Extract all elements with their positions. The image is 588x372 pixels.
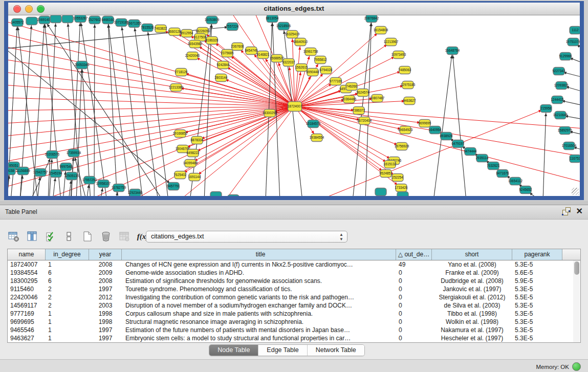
table-cell: Estimation of significance thresholds fo… — [122, 277, 396, 285]
delete-table-button[interactable] — [118, 230, 131, 243]
graph-node-label: 1527602 — [89, 18, 101, 21]
graph-edge[interactable] — [195, 44, 295, 106]
column-header-name[interactable]: name — [8, 249, 46, 260]
table-row[interactable]: 1872400712008Changes of HCN gene express… — [8, 260, 580, 269]
graph-edge[interactable] — [365, 18, 372, 196]
graph-edge[interactable] — [147, 28, 168, 196]
graph-edge[interactable] — [8, 47, 295, 106]
table-row[interactable]: 1456911722003Disruption of a novel membe… — [8, 301, 580, 310]
scrollbar-thumb[interactable] — [574, 261, 579, 275]
graph-node-label: 9242844 — [217, 63, 230, 67]
window-close-button[interactable] — [13, 5, 21, 13]
window-minimize-button[interactable] — [25, 5, 33, 13]
graph-edge[interactable] — [108, 20, 130, 196]
graph-edge[interactable] — [543, 108, 546, 196]
tab-node-table[interactable]: Node Table — [209, 345, 258, 356]
table-cell: Nakamura et al. (1997) — [432, 326, 512, 334]
graph-edge[interactable] — [295, 106, 394, 161]
window-zoom-button[interactable] — [37, 5, 45, 13]
create-column-button[interactable] — [81, 230, 94, 243]
row-selection-button[interactable] — [44, 230, 57, 243]
table-row[interactable]: 969969511998Structural magnetic resonanc… — [8, 318, 580, 326]
graph-edge[interactable] — [8, 106, 295, 123]
table-cell: 5.3E-5 — [512, 285, 562, 293]
table-cell: Genome-wide association studies in ADHD. — [122, 269, 396, 277]
column-header-filler — [562, 249, 580, 260]
column-visibility-button[interactable] — [26, 230, 39, 243]
table-cell: Tibbo et al. (1998) — [432, 310, 512, 318]
graph-node-label: 10654112 — [508, 179, 522, 183]
graph-node-label: 6479197 — [452, 142, 465, 145]
table-cell: 2012 — [89, 293, 122, 301]
graph-node-label: 9474444 — [464, 149, 477, 153]
table-cell: 0 — [396, 301, 432, 310]
graph-node-label: 9777169 — [330, 79, 342, 83]
graph-node[interactable] — [210, 192, 222, 196]
table-cell: 9699695 — [8, 318, 46, 326]
table-row[interactable]: 911546021997Tourette syndrome. Phenomeno… — [8, 285, 580, 293]
table-selector-dropdown[interactable]: citations_edges.txt ▲▼ — [146, 231, 347, 243]
table-row[interactable]: 946554611997Estimation of the future num… — [8, 326, 580, 334]
graph-edge[interactable] — [433, 51, 452, 196]
graph-node-label: 15688520 — [270, 56, 285, 60]
window-resize-grip[interactable] — [572, 188, 579, 195]
table-cell: 18724007 — [8, 260, 46, 269]
graph-edge[interactable] — [194, 106, 295, 177]
network-canvas[interactable]: 1405572206914061055328715276026466160107… — [8, 15, 580, 196]
graph-node[interactable] — [50, 15, 61, 23]
table-row[interactable]: 1830029562008Estimation of significance … — [8, 277, 580, 285]
column-header-year[interactable]: year — [89, 249, 122, 260]
graph-edge[interactable] — [8, 106, 295, 111]
table-selector-value: citations_edges.txt — [151, 233, 204, 240]
close-panel-icon[interactable]: ✕ — [576, 207, 583, 215]
memory-status-indicator — [572, 362, 581, 371]
graph-edge[interactable] — [108, 20, 117, 196]
graph-node[interactable] — [228, 195, 239, 196]
graph-node-label: 7557224 — [226, 25, 239, 28]
graph-node-label: 12213389 — [169, 85, 184, 89]
column-header-pagerank[interactable]: pagerank — [512, 249, 562, 260]
memory-status-label: Memory: OK — [536, 364, 569, 370]
table-cell: 2 — [46, 285, 89, 293]
table-row[interactable]: 946362711997Embryonic stem cells: a mode… — [8, 334, 580, 342]
table-cell: 0 — [396, 269, 432, 277]
graph-node[interactable] — [62, 15, 73, 23]
graph-edge[interactable] — [94, 20, 95, 196]
graph-edge[interactable] — [295, 99, 349, 106]
tab-edge-table[interactable]: Edge Table — [258, 345, 307, 356]
table-body: 1872400712008Changes of HCN gene express… — [8, 260, 580, 342]
column-header-in_degree[interactable]: in_degree — [46, 249, 89, 260]
graph-node[interactable] — [397, 192, 408, 196]
graph-node[interactable] — [375, 188, 386, 196]
table-scrollbar[interactable] — [573, 260, 580, 342]
window-titlebar[interactable]: citations_edges.txt — [8, 3, 580, 15]
new-document-icon — [81, 230, 94, 243]
graph-edge[interactable] — [452, 51, 466, 196]
column-header-short[interactable]: short — [432, 249, 512, 260]
graph-edge[interactable] — [8, 98, 295, 106]
graph-node-label: 4498222 — [187, 151, 200, 155]
table-row[interactable]: 1938455462009Genome-wide association stu… — [8, 269, 580, 277]
graph-edge[interactable] — [204, 20, 212, 196]
tab-network-table[interactable]: Network Table — [307, 345, 364, 356]
panel-splitter[interactable] — [0, 201, 588, 205]
delete-columns-button[interactable] — [99, 230, 113, 243]
table-mode-button[interactable] — [7, 230, 20, 243]
graph-node-label: 16671355 — [127, 21, 142, 25]
column-header-out_de[interactable]: △ out_de… — [396, 249, 432, 260]
table-cell: 1 — [46, 334, 89, 342]
table-cell: 1 — [46, 310, 89, 318]
graph-node-label: 16648784 — [445, 49, 460, 52]
column-header-title[interactable]: title — [122, 249, 396, 260]
table-row[interactable]: 977716911998Corpus callosum shape and si… — [8, 310, 580, 318]
graph-node-label: 19384554 — [310, 136, 324, 139]
table-cell: 2008 — [89, 260, 122, 269]
float-window-icon[interactable] — [562, 207, 570, 215]
table-row[interactable]: 2242004622012Investigating the contribut… — [8, 293, 580, 301]
graph-edge[interactable] — [223, 65, 295, 106]
graph-node[interactable] — [26, 17, 37, 25]
toggle-panes-button[interactable] — [62, 230, 76, 243]
table-cell: 1 — [46, 326, 89, 334]
table-column-icon — [26, 230, 38, 243]
graph-node-label: 18226058 — [195, 29, 210, 33]
